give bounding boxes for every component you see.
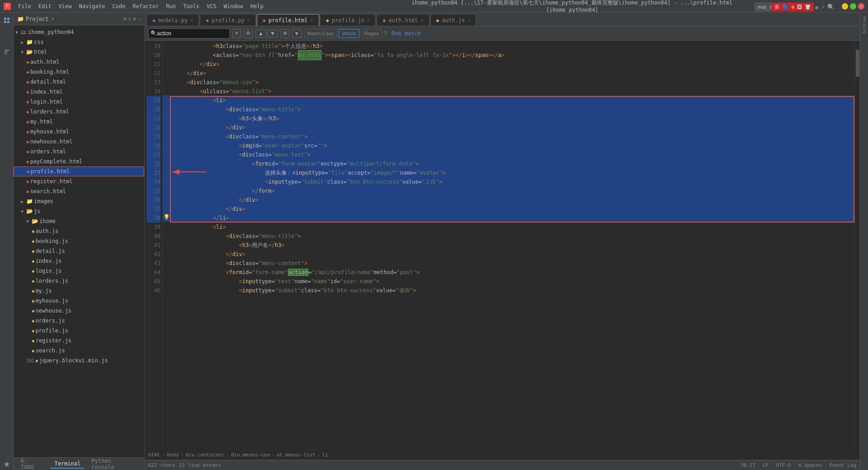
menu-tools[interactable]: Tools <box>179 3 203 9</box>
left-icon-favorites[interactable] <box>1 458 13 470</box>
tree-lorders-js[interactable]: ◆ lorders.js <box>14 276 144 286</box>
event-log-button[interactable]: Event Log <box>829 462 856 468</box>
tree-css[interactable]: ▶ 📁 css <box>14 37 144 47</box>
tree-booking-js[interactable]: ◆ booking.js <box>14 236 144 246</box>
tab-profile-js[interactable]: ◆ profile.js ✕ <box>320 14 376 26</box>
tree-login-html[interactable]: ◈ login.html <box>14 97 144 107</box>
code-line-26[interactable]: <div class="menu-title"> <box>170 105 854 114</box>
menu-edit[interactable]: Edit <box>35 3 55 9</box>
next-match-button[interactable]: ▼ <box>267 29 278 38</box>
code-line-42[interactable]: </div> <box>170 250 854 259</box>
menu-file[interactable]: File <box>14 3 35 9</box>
code-line-31[interactable]: <div class="menu-text"> <box>170 150 854 159</box>
minimize-button[interactable]: — <box>842 3 848 9</box>
run-coverage-button[interactable]: ◉ <box>815 4 818 10</box>
tree-ihome[interactable]: ▼ 📂 ihome <box>14 216 144 226</box>
tree-profile-html[interactable]: ◈ profile.html <box>14 166 144 176</box>
clear-search-button[interactable]: ✕ <box>232 29 241 38</box>
tree-myhouse-js[interactable]: ◆ myhouse.js <box>14 296 144 306</box>
menu-view[interactable]: View <box>55 3 75 9</box>
menu-navigate[interactable]: Navigate <box>75 3 109 9</box>
code-line-34[interactable]: <input type="submit" class="btn btn-succ… <box>170 177 854 186</box>
bc-ul-menus-list[interactable]: ul.menus-list <box>277 452 316 458</box>
code-line-24[interactable]: <ul class="menus-list"> <box>170 87 854 96</box>
right-mini-map[interactable] <box>854 41 860 450</box>
menu-vcs[interactable]: VCS <box>203 3 220 9</box>
tree-images[interactable]: ▶ 📁 images <box>14 196 144 206</box>
code-line-35[interactable]: </form> <box>170 186 854 195</box>
menu-window[interactable]: Window <box>220 3 247 9</box>
tree-booking-html[interactable]: ◈ booking.html <box>14 67 144 77</box>
code-line-40[interactable]: <div class="menu-title"> <box>170 232 854 241</box>
code-line-33[interactable]: 选择头像：<input type="file" accept="image/*"… <box>170 168 854 177</box>
project-dropdown-icon[interactable]: ▾ <box>52 16 55 22</box>
tree-my-html[interactable]: ◈ my.html <box>14 117 144 127</box>
maximize-button[interactable]: □ <box>850 3 856 9</box>
tree-myhouse-html[interactable]: ◈ myhouse.html <box>14 127 144 137</box>
tree-my-js[interactable]: ◆ my.js <box>14 286 144 296</box>
code-line-45[interactable]: <input type="text" name="name" id="user-… <box>170 277 854 286</box>
todo-tab[interactable]: 6: TODO <box>17 457 47 470</box>
code-line-29[interactable]: <div class="menu-content"> <box>170 132 854 141</box>
tab-profile-py[interactable]: ◈ profile.py ✕ <box>200 14 256 26</box>
code-line-22[interactable]: </div> <box>170 69 854 78</box>
sciview-label[interactable]: SciView <box>862 16 867 33</box>
left-icon-project[interactable] <box>1 14 13 26</box>
left-icon-structure[interactable] <box>1 46 13 58</box>
tree-login-js[interactable]: ◆ login.js <box>14 266 144 276</box>
python-console-tab[interactable]: Python Console <box>88 457 141 470</box>
bc-div-container[interactable]: div.container <box>185 452 224 458</box>
models-py-close[interactable]: ✕ <box>190 18 193 23</box>
code-line-28[interactable]: </div> <box>170 123 854 132</box>
tree-index-js[interactable]: ◆ index.js <box>14 256 144 266</box>
code-line-39[interactable]: <li> <box>170 223 854 232</box>
search-input[interactable] <box>157 30 211 37</box>
tree-register-html[interactable]: ◈ register.html <box>14 176 144 186</box>
find-in-path-button[interactable]: ⊕ <box>281 29 289 38</box>
tab-auth-js[interactable]: ◆ auth.js ✕ <box>430 14 476 26</box>
code-line-23[interactable]: <div class="menus-con"> <box>170 78 854 87</box>
tree-root[interactable]: ▼ 🗂 ihome_python04 <box>14 27 144 37</box>
close-panel-icon[interactable]: — <box>137 16 141 22</box>
tree-search-js[interactable]: ◆ search.js <box>14 346 144 356</box>
tab-profile-html[interactable]: ◈ profile.html ✕ <box>257 14 319 26</box>
prev-match-button[interactable]: ▲ <box>255 29 266 38</box>
code-line-43[interactable]: <div class="menu-content"> <box>170 259 854 268</box>
regex-button[interactable]: Regex <box>361 29 382 38</box>
code-line-36[interactable]: </div> <box>170 195 854 204</box>
bc-body[interactable]: body <box>167 452 179 458</box>
code-line-21[interactable]: </div> <box>170 60 854 69</box>
search-help-icon[interactable]: ? <box>384 30 387 37</box>
close-button[interactable]: ✕ <box>858 3 864 9</box>
search-options-button[interactable]: ⚙ <box>244 29 253 38</box>
collapse-icon[interactable]: ↕ <box>128 16 131 22</box>
code-line-20[interactable]: <a class="nav-btn fl" href="my.html"><sp… <box>170 51 854 60</box>
terminal-tab[interactable]: Terminal <box>51 460 84 469</box>
tree-detail-js[interactable]: ◆ detail.js <box>14 246 144 256</box>
tree-auth-js[interactable]: ◆ auth.js <box>14 226 144 236</box>
code-line-30[interactable]: <img id="user-avatar" src=""> <box>170 141 854 150</box>
code-line-19[interactable]: <h3 class="page-title">个人信息</h3> <box>170 42 854 51</box>
code-line-38[interactable]: </li> <box>170 214 854 223</box>
code-line-27[interactable]: <h3>头像</h3> <box>170 114 854 123</box>
tree-profile-js[interactable]: ◆ profile.js <box>14 326 144 336</box>
match-case-button[interactable]: Match Case <box>304 29 337 38</box>
tree-newhouse-html[interactable]: ◈ newhouse.html <box>14 137 144 147</box>
tree-lorders-html[interactable]: ◈ lorders.html <box>14 107 144 117</box>
tree-orders-html[interactable]: ◈ orders.html <box>14 147 144 157</box>
mini-scrollbar[interactable] <box>856 50 859 77</box>
auth-js-close[interactable]: ✕ <box>467 18 470 23</box>
words-button[interactable]: Words <box>339 29 359 38</box>
auth-html-close[interactable]: ✕ <box>421 18 424 23</box>
settings-icon[interactable]: ⚙ <box>133 16 136 22</box>
tree-js[interactable]: ▼ 📂 js <box>14 206 144 216</box>
tree-index-html[interactable]: ◈ index.html <box>14 87 144 97</box>
code-line-37[interactable]: </div> <box>170 204 854 214</box>
code-content[interactable]: <h3 class="page-title">个人信息</h3> <a clas… <box>170 41 854 450</box>
tree-jquery-blockui[interactable]: 101 ◆ jquery.blockui.min.js <box>14 356 144 366</box>
tree-detail-html[interactable]: ◈ detail.html <box>14 77 144 87</box>
menu-refactor[interactable]: Refactor <box>129 3 162 9</box>
tab-models-py[interactable]: ◈ models.py ✕ <box>146 14 199 26</box>
profile-html-close[interactable]: ✕ <box>311 18 313 23</box>
tree-newhouse-js[interactable]: ◆ newhouse.js <box>14 306 144 316</box>
